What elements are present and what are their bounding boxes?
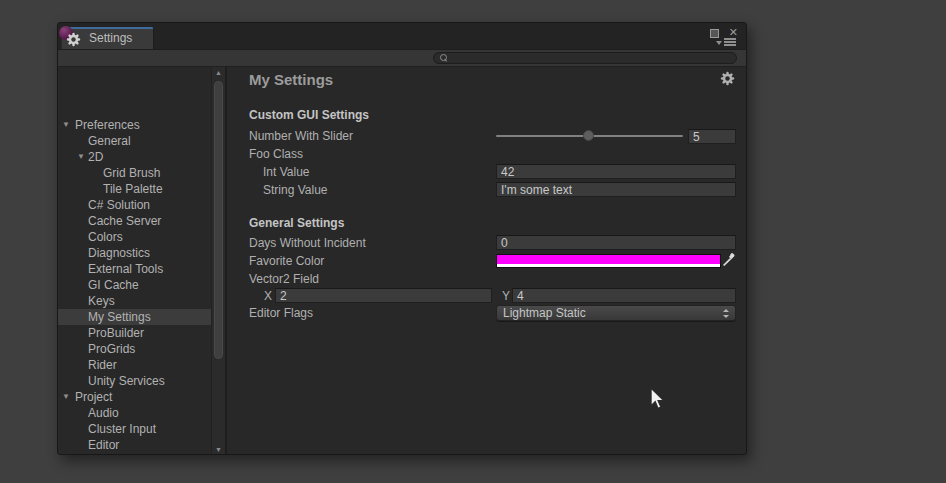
menu-triangle-icon [716, 41, 722, 45]
vector2-x-field[interactable] [275, 288, 492, 303]
sidebar-item-tile-palette[interactable]: Tile Palette [58, 181, 211, 197]
search-toolbar [58, 49, 746, 67]
favorite-color-label: Favorite Color [249, 254, 324, 269]
settings-tree: ▼Preferences General ▼2D Grid Brush Tile… [58, 67, 211, 455]
dropdown-arrows-icon [723, 309, 730, 318]
sidebar-divider [225, 67, 227, 455]
eyedropper-icon[interactable] [721, 251, 736, 267]
sidebar-item-cluster-input[interactable]: Cluster Input [58, 421, 211, 437]
color-alpha-bar [497, 264, 720, 267]
sidebar-item-my-settings[interactable]: My Settings [58, 309, 225, 325]
favorite-color-swatch[interactable] [496, 254, 721, 268]
sidebar-item-keys[interactable]: Keys [58, 293, 211, 309]
page-title: My Settings [249, 71, 333, 88]
sidebar-item-csharp-solution[interactable]: C# Solution [58, 197, 211, 213]
scroll-down-icon[interactable]: ▼ [212, 445, 225, 455]
sidebar-item-audio[interactable]: Audio [58, 405, 211, 421]
expand-triangle-icon[interactable]: ▼ [62, 117, 70, 133]
sidebar-item-editor[interactable]: Editor [58, 437, 211, 453]
sidebar-item-diagnostics[interactable]: Diagnostics [58, 245, 211, 261]
settings-window-icon [59, 24, 85, 48]
tab-settings-label: Settings [89, 31, 132, 45]
menu-hamburger-icon [724, 38, 736, 47]
search-input[interactable] [450, 53, 724, 65]
editor-flags-dropdown[interactable]: Lightmap Static [496, 305, 736, 321]
mouse-cursor [648, 387, 666, 413]
sidebar-item-unity-services[interactable]: Unity Services [58, 373, 211, 389]
vector2-y-field[interactable] [512, 288, 736, 303]
settings-gear-icon [66, 32, 81, 47]
search-field[interactable] [433, 52, 737, 64]
color-rgb-bar [497, 255, 720, 264]
sidebar-scrollbar[interactable]: ▲ ▼ [211, 67, 225, 455]
expand-triangle-icon[interactable]: ▼ [77, 149, 85, 165]
sidebar-item-project[interactable]: ▼Project [58, 389, 211, 405]
days-without-incident-field[interactable] [496, 235, 736, 250]
vector2-y-label: Y [502, 289, 510, 304]
panel-gear-icon[interactable] [720, 71, 735, 86]
sidebar-item-progrids[interactable]: ProGrids [58, 341, 211, 357]
vector2-field-label: Vector2 Field [249, 272, 319, 287]
sidebar-item-gi-cache[interactable]: GI Cache [58, 277, 211, 293]
days-without-incident-label: Days Without Incident [249, 236, 366, 251]
sidebar-item-general[interactable]: General [58, 133, 211, 149]
string-value-field[interactable] [496, 182, 736, 197]
sidebar-item-rider[interactable]: Rider [58, 357, 211, 373]
number-slider-handle[interactable] [583, 130, 594, 141]
title-bar[interactable]: Settings ✕ [58, 23, 746, 49]
number-slider-value-field[interactable] [688, 129, 736, 144]
editor-flags-label: Editor Flags [249, 306, 313, 321]
int-value-label: Int Value [263, 165, 309, 180]
int-value-field[interactable] [496, 164, 736, 179]
expand-triangle-icon[interactable]: ▼ [62, 389, 70, 405]
string-value-label: String Value [263, 183, 327, 198]
foo-class-label: Foo Class [249, 147, 303, 162]
window-menu-icon[interactable] [716, 38, 738, 47]
sidebar-item-probuilder[interactable]: ProBuilder [58, 325, 211, 341]
sidebar-item-graphics[interactable]: Graphics [58, 453, 211, 455]
scrollbar-thumb[interactable] [214, 81, 223, 359]
sidebar-item-cache-server[interactable]: Cache Server [58, 213, 211, 229]
vector2-x-label: X [264, 289, 272, 304]
window-controls: ✕ [706, 27, 740, 47]
section-general-settings: General Settings [249, 216, 344, 230]
sidebar-item-2d[interactable]: ▼2D [58, 149, 211, 165]
maximize-icon[interactable] [710, 29, 719, 38]
scroll-up-icon[interactable]: ▲ [212, 68, 225, 78]
sidebar-item-grid-brush[interactable]: Grid Brush [58, 165, 211, 181]
sidebar-item-colors[interactable]: Colors [58, 229, 211, 245]
close-icon[interactable]: ✕ [729, 26, 738, 38]
settings-window: Settings ✕ [57, 22, 747, 455]
number-with-slider-label: Number With Slider [249, 129, 353, 144]
sidebar-item-external-tools[interactable]: External Tools [58, 261, 211, 277]
sidebar-item-preferences[interactable]: ▼Preferences [58, 117, 211, 133]
screen: { "icons": { "tree_expanded_glyph": "▼",… [0, 0, 946, 483]
section-custom-gui-settings: Custom GUI Settings [249, 108, 369, 122]
search-icon [440, 54, 448, 62]
editor-flags-value: Lightmap Static [503, 306, 586, 320]
